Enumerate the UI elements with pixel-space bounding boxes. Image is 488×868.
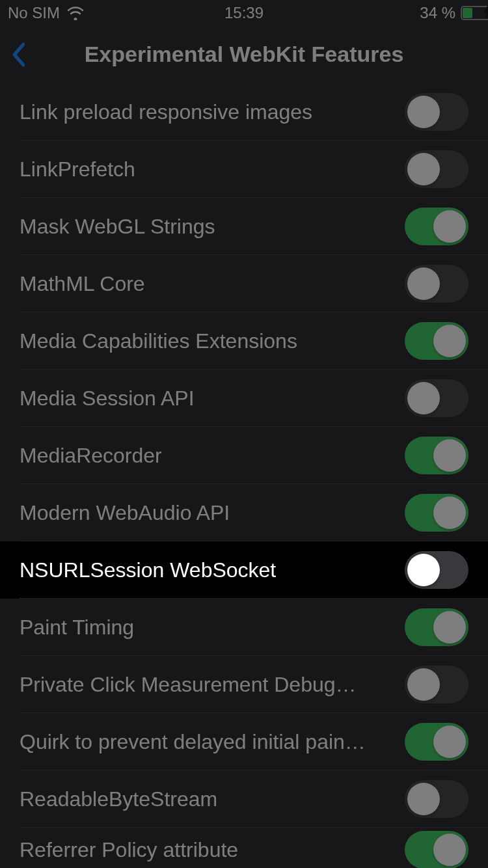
settings-row[interactable]: Referrer Policy attribute bbox=[0, 828, 488, 868]
toggle-switch[interactable] bbox=[405, 265, 468, 303]
toggle-knob bbox=[407, 153, 440, 185]
settings-row-label: Quirk to prevent delayed initial pain… bbox=[20, 730, 366, 754]
toggle-knob bbox=[433, 834, 466, 866]
settings-row[interactable]: Media Capabilities Extensions bbox=[0, 312, 488, 370]
toggle-switch[interactable] bbox=[405, 208, 468, 245]
toggle-switch[interactable] bbox=[405, 608, 468, 646]
settings-row[interactable]: Link preload responsive images bbox=[0, 83, 488, 141]
charging-bolt-icon bbox=[471, 4, 480, 22]
toggle-knob bbox=[433, 611, 466, 644]
settings-row-label: Media Session API bbox=[20, 387, 195, 411]
status-right: 34 % bbox=[420, 4, 480, 22]
settings-row[interactable]: Media Session API bbox=[0, 370, 488, 427]
settings-screen: No SIM 15:39 34 % bbox=[0, 0, 488, 868]
settings-row-label: Private Click Measurement Debug… bbox=[20, 673, 357, 697]
toggle-switch[interactable] bbox=[405, 831, 468, 868]
settings-row[interactable]: MathML Core bbox=[0, 255, 488, 312]
settings-row-label: MediaRecorder bbox=[20, 444, 162, 468]
toggle-knob bbox=[433, 325, 466, 357]
carrier-label: No SIM bbox=[8, 4, 60, 22]
toggle-switch[interactable] bbox=[405, 494, 468, 532]
status-left: No SIM bbox=[8, 4, 85, 22]
toggle-switch[interactable] bbox=[405, 666, 468, 703]
toggle-knob bbox=[407, 267, 440, 300]
settings-row[interactable]: MediaRecorder bbox=[0, 427, 488, 484]
settings-row-label: MathML Core bbox=[20, 272, 145, 296]
settings-row[interactable]: Paint Timing bbox=[0, 599, 488, 656]
toggle-knob bbox=[433, 496, 466, 529]
toggle-knob bbox=[433, 726, 466, 758]
toggle-switch[interactable] bbox=[405, 780, 468, 818]
toggle-knob bbox=[407, 96, 440, 128]
settings-row-label: Mask WebGL Strings bbox=[20, 215, 215, 239]
settings-row[interactable]: LinkPrefetch bbox=[0, 141, 488, 198]
settings-row[interactable]: NSURLSession WebSocket bbox=[0, 541, 488, 599]
settings-row-label: Media Capabilities Extensions bbox=[20, 329, 297, 353]
toggle-knob bbox=[407, 382, 440, 414]
page-title: Experimental WebKit Features bbox=[85, 42, 404, 67]
status-bar: No SIM 15:39 34 % bbox=[0, 0, 488, 26]
settings-row-label: ReadableByteStream bbox=[20, 787, 217, 811]
settings-row-label: LinkPrefetch bbox=[20, 157, 135, 182]
wifi-icon bbox=[66, 6, 85, 20]
toggle-knob bbox=[407, 783, 440, 815]
toggle-switch[interactable] bbox=[405, 93, 468, 131]
settings-row-label: Referrer Policy attribute bbox=[20, 838, 238, 862]
settings-row[interactable]: Modern WebAudio API bbox=[0, 484, 488, 541]
toggle-switch[interactable] bbox=[405, 723, 468, 761]
settings-row[interactable]: Private Click Measurement Debug… bbox=[0, 656, 488, 713]
settings-row[interactable]: Quirk to prevent delayed initial pain… bbox=[0, 713, 488, 770]
toggle-switch[interactable] bbox=[405, 551, 468, 589]
settings-row-label: Link preload responsive images bbox=[20, 100, 312, 124]
settings-list[interactable]: Link preload responsive imagesLinkPrefet… bbox=[0, 83, 488, 868]
toggle-switch[interactable] bbox=[405, 322, 468, 360]
toggle-knob bbox=[433, 439, 466, 472]
settings-row[interactable]: ReadableByteStream bbox=[0, 770, 488, 828]
battery-percent-label: 34 % bbox=[420, 4, 455, 22]
toggle-knob bbox=[407, 668, 440, 701]
settings-row-label: Paint Timing bbox=[20, 616, 134, 640]
settings-row[interactable]: Mask WebGL Strings bbox=[0, 198, 488, 255]
status-time: 15:39 bbox=[224, 4, 264, 22]
nav-header: Experimental WebKit Features bbox=[0, 26, 488, 83]
toggle-knob bbox=[407, 554, 440, 586]
toggle-switch[interactable] bbox=[405, 437, 468, 474]
toggle-switch[interactable] bbox=[405, 150, 468, 188]
chevron-left-icon bbox=[10, 42, 27, 68]
settings-row-label: NSURLSession WebSocket bbox=[20, 558, 276, 582]
toggle-switch[interactable] bbox=[405, 379, 468, 417]
settings-row-label: Modern WebAudio API bbox=[20, 501, 230, 525]
back-button[interactable] bbox=[10, 42, 27, 68]
toggle-knob bbox=[433, 210, 466, 243]
